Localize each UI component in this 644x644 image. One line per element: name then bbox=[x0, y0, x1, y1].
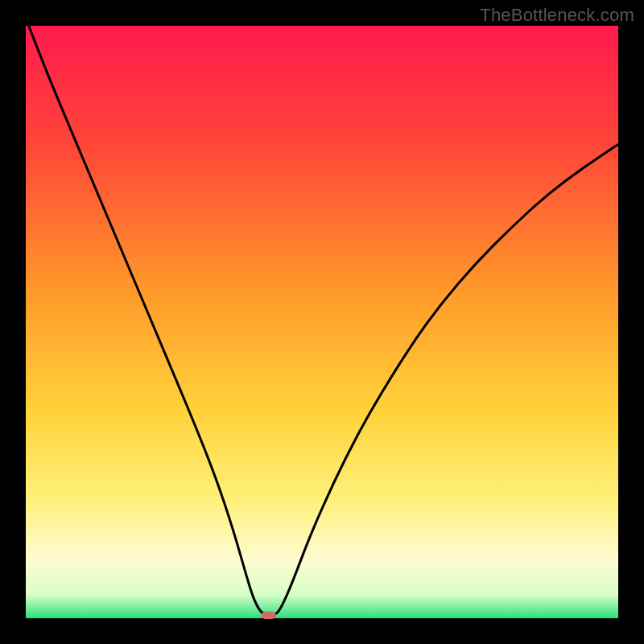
plot-background bbox=[26, 26, 618, 618]
optimal-point-marker bbox=[262, 612, 276, 620]
bottleneck-curve-chart bbox=[0, 0, 644, 644]
watermark-text: TheBottleneck.com bbox=[480, 5, 634, 26]
chart-container: TheBottleneck.com bbox=[0, 0, 644, 644]
